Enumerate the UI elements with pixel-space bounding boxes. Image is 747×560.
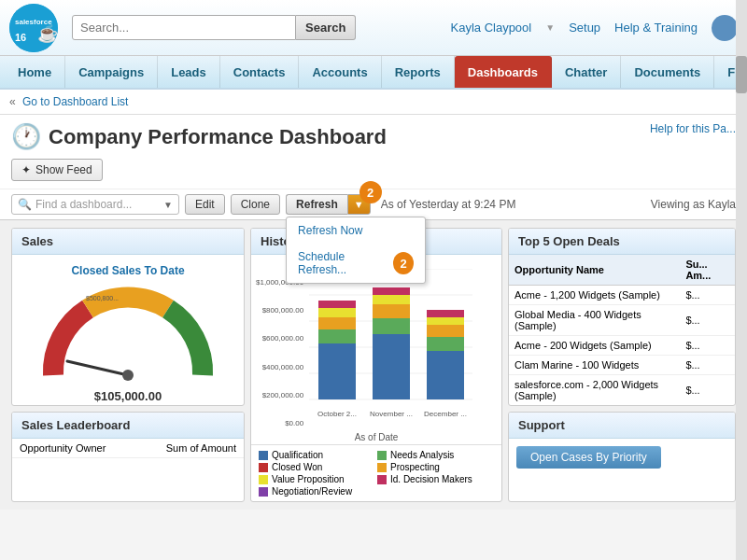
scrollbar[interactable] [736, 0, 747, 560]
svg-rect-27 [427, 351, 464, 399]
step-badge-1: 2 [359, 181, 382, 203]
nav-dashboards[interactable]: Dashboards [455, 56, 552, 88]
deals-col1: Opportunity Name [509, 255, 680, 286]
support-panel: Support Open Cases By Priority [508, 412, 736, 502]
help-training-link[interactable]: Help & Training [614, 21, 698, 35]
deals-table: Opportunity Name Su... Am... Acme - 1,20… [509, 255, 735, 406]
support-header: Support [509, 413, 735, 439]
svg-text:$0.00: $0.00 [44, 383, 63, 385]
header-links: Kayla Claypool ▼ Setup Help & Training [451, 15, 739, 41]
open-cases-button[interactable]: Open Cases By Priority [516, 446, 661, 469]
deals-header: Top 5 Open Deals [509, 229, 735, 255]
svg-rect-21 [373, 334, 410, 399]
svg-line-4 [67, 361, 128, 375]
header: salesforce ☕ 16 Search Kayla Claypool ▼ … [0, 0, 747, 56]
refresh-now-item[interactable]: Refresh Now [287, 217, 425, 244]
edit-button[interactable]: Edit [185, 194, 225, 215]
svg-rect-16 [318, 329, 356, 343]
search-input[interactable] [72, 15, 296, 40]
svg-text:December ...: December ... [424, 410, 467, 418]
nav-home[interactable]: Home [5, 56, 65, 88]
svg-rect-22 [373, 318, 410, 334]
setup-link[interactable]: Setup [569, 21, 600, 35]
feed-icon: ✦ [21, 163, 31, 176]
nav-contacts[interactable]: Contacts [220, 56, 300, 88]
svg-text:October 2...: October 2... [317, 410, 357, 418]
sales-panel-header: Sales [12, 229, 244, 255]
schedule-refresh-item[interactable]: Schedule Refresh... 2 [287, 244, 425, 283]
table-row: Global Media - 400 Widgets (Sample) $... [509, 305, 735, 336]
svg-rect-17 [318, 317, 356, 329]
table-row: Clam Marine - 100 Widgets $... [509, 356, 735, 375]
table-row: Acme - 200 Widgets (Sample) $... [509, 336, 735, 356]
nav-chatter[interactable]: Chatter [552, 56, 622, 88]
leaderboard-panel: Sales Leaderboard Opportunity Owner Sum … [11, 412, 245, 502]
table-row: salesforce.com - 2,000 Widgets (Sample) … [509, 375, 735, 406]
logo-area: salesforce ☕ 16 [9, 4, 58, 52]
nav-accounts[interactable]: Accounts [299, 56, 381, 88]
breadcrumb: « Go to Dashboard List [0, 90, 747, 115]
viewing-as: Viewing as Kayla [651, 198, 736, 211]
scrollbar-thumb[interactable] [736, 56, 747, 93]
leaderboard-header: Sales Leaderboard [12, 413, 244, 439]
leaderboard-col2: Sum of Amount [166, 442, 236, 454]
svg-text:November ...: November ... [370, 410, 413, 418]
refresh-main-button[interactable]: Refresh [286, 194, 347, 215]
svg-rect-28 [427, 337, 464, 351]
dashboard-list-link[interactable]: Go to Dashboard List [22, 95, 128, 108]
dashboard-title: Company Performance Dashboard [49, 125, 387, 149]
svg-rect-19 [318, 301, 356, 308]
search-button[interactable]: Search [296, 15, 356, 40]
svg-rect-30 [427, 317, 464, 325]
gauge-container: Closed Sales To Date $0.00 $1,500,000.00… [12, 255, 244, 406]
chart-title: Closed Sales To Date [71, 264, 184, 277]
navigation: Home Campaigns Leads Contacts Accounts R… [0, 56, 747, 90]
avatar [712, 15, 738, 41]
leaderboard-col1: Opportunity Owner [20, 442, 106, 454]
svg-rect-18 [318, 308, 356, 317]
dashboard-icon: 🕐 [11, 122, 41, 151]
nav-campaigns[interactable]: Campaigns [65, 56, 158, 88]
svg-rect-24 [373, 295, 410, 304]
deals-panel: Top 5 Open Deals Opportunity Name Su... … [508, 228, 736, 406]
svg-text:☕: ☕ [37, 23, 58, 44]
bar-chart: October 2... November ... December ... [309, 269, 472, 427]
svg-rect-23 [373, 304, 410, 318]
clone-button[interactable]: Clone [231, 194, 280, 215]
dashboard-title-row: 🕐 Company Performance Dashboard [11, 122, 650, 151]
nav-reports[interactable]: Reports [382, 56, 455, 88]
chart-x-label: As of Date [251, 432, 501, 444]
sales-panel: Sales Closed Sales To Date $0.00 $1,500,… [11, 228, 245, 406]
svg-text:$1,500,000.00: $1,500,000.00 [179, 383, 221, 385]
nav-documents[interactable]: Documents [621, 56, 714, 88]
svg-rect-31 [427, 310, 464, 317]
gauge-value: $105,000.00 [94, 389, 162, 403]
deals-col2: Su... Am... [680, 255, 735, 286]
search-area: Search [72, 15, 371, 40]
svg-rect-25 [373, 287, 410, 295]
nav-leads[interactable]: Leads [158, 56, 220, 88]
svg-rect-15 [318, 343, 356, 399]
breadcrumb-arrow: « [9, 95, 16, 108]
svg-point-5 [122, 370, 134, 381]
chart-legend: Qualification Needs Analysis Closed Won … [251, 444, 501, 501]
svg-rect-29 [427, 325, 464, 337]
show-feed-button[interactable]: ✦ Show Feed [11, 159, 103, 181]
user-name[interactable]: Kayla Claypool [451, 21, 532, 35]
svg-text:$500,800...: $500,800... [86, 295, 119, 301]
dropdown-arrow-icon: ▼ [163, 200, 173, 210]
find-dashboard-input[interactable]: 🔍 Find a dashboard... ▼ [11, 194, 179, 215]
refresh-button-group: 2 Refresh ▼ Refresh Now Schedule Refresh… [286, 194, 371, 215]
svg-text:16: 16 [15, 32, 26, 43]
salesforce-logo: salesforce ☕ 16 [9, 4, 58, 52]
gauge-chart: $0.00 $1,500,000.00 $500,800... [35, 282, 221, 385]
gauge-label: Sum of Amount [92, 403, 162, 406]
table-row: Acme - 1,200 Widgets (Sample) $... [509, 286, 735, 305]
step-badge-2: 2 [393, 252, 414, 274]
search-small-icon: 🔍 [18, 198, 32, 211]
refresh-dropdown-menu: Refresh Now Schedule Refresh... 2 [286, 217, 426, 284]
help-page-link[interactable]: Help for this Pa... [650, 122, 736, 135]
refresh-timestamp: As of Yesterday at 9:24 PM [381, 198, 516, 211]
